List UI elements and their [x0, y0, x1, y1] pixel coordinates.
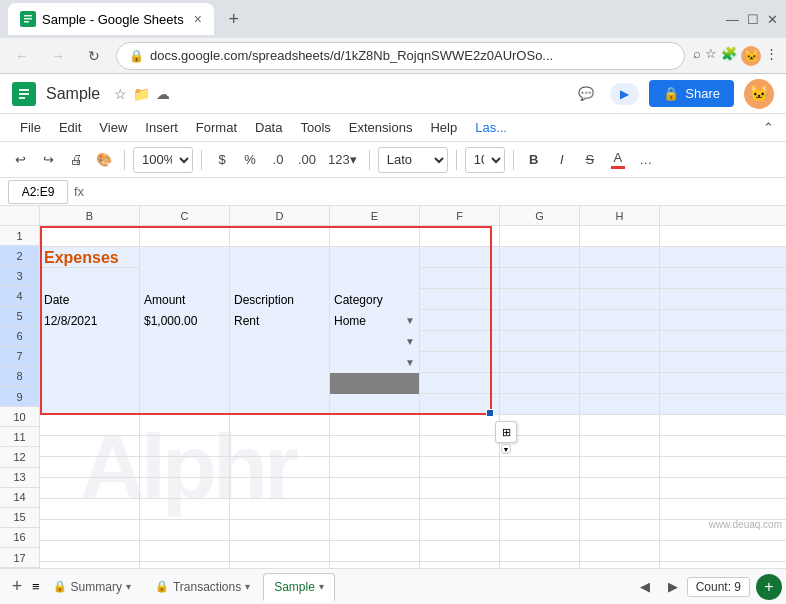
cloud-sync-icon[interactable]: ☁ — [156, 86, 170, 102]
cell-g1[interactable] — [500, 226, 580, 247]
cell-e2[interactable] — [330, 247, 420, 268]
menu-insert[interactable]: Insert — [137, 116, 186, 139]
cell-e10[interactable] — [330, 415, 420, 436]
row-num-11[interactable]: 11 — [0, 427, 39, 447]
cell-d6[interactable] — [230, 331, 330, 352]
avatar-small[interactable]: 🐱 — [741, 46, 761, 66]
cell-b8[interactable] — [40, 373, 140, 394]
cell-f9[interactable] — [420, 394, 500, 415]
cell-b6[interactable] — [40, 331, 140, 352]
cell-f4[interactable] — [420, 289, 500, 310]
zoom-select[interactable]: 100% — [133, 147, 193, 173]
cell-g5[interactable] — [500, 310, 580, 331]
cell-c7[interactable] — [140, 352, 230, 373]
cell-c5[interactable]: $1,000.00 — [140, 310, 230, 331]
row-num-4[interactable]: 4 — [0, 286, 39, 306]
col-header-d[interactable]: D — [230, 206, 330, 226]
row-num-17[interactable]: 17 — [0, 548, 39, 568]
cell-d3[interactable] — [230, 268, 330, 289]
row-num-1[interactable]: 1 — [0, 226, 39, 246]
cell-f8[interactable] — [420, 373, 500, 394]
cell-c3[interactable] — [140, 268, 230, 289]
menu-help[interactable]: Help — [422, 116, 465, 139]
cell-g2[interactable] — [500, 247, 580, 268]
cell-h8[interactable] — [580, 373, 660, 394]
row-num-3[interactable]: 3 — [0, 266, 39, 286]
col-header-f[interactable]: F — [420, 206, 500, 226]
restore-icon[interactable]: ☐ — [747, 12, 759, 27]
sheet-tab-transactions[interactable]: 🔒 Transactions ▾ — [144, 573, 261, 601]
cell-g8[interactable] — [500, 373, 580, 394]
cell-h10[interactable] — [580, 415, 660, 436]
undo-button[interactable]: ↩ — [8, 146, 32, 174]
row-num-8[interactable]: 8 — [0, 367, 39, 387]
browser-tab[interactable]: Sample - Google Sheets × — [8, 3, 214, 35]
star-icon[interactable]: ☆ — [114, 86, 127, 102]
new-tab-button[interactable]: + — [220, 5, 248, 33]
add-sheet-bottom-button[interactable]: + — [756, 574, 782, 600]
menu-extensions[interactable]: Extensions — [341, 116, 421, 139]
cell-h7[interactable] — [580, 352, 660, 373]
cell-g4[interactable] — [500, 289, 580, 310]
row-num-14[interactable]: 14 — [0, 488, 39, 508]
cell-d7[interactable] — [230, 352, 330, 373]
cell-h6[interactable] — [580, 331, 660, 352]
cell-d5[interactable]: Rent — [230, 310, 330, 331]
sheet-tab-summary-arrow[interactable]: ▾ — [126, 581, 131, 592]
close-icon[interactable]: ✕ — [767, 12, 778, 27]
search-icon[interactable]: ⌕ — [693, 46, 701, 66]
bold-button[interactable]: B — [522, 146, 546, 174]
strikethrough-button[interactable]: S — [578, 146, 602, 174]
cell-c2[interactable] — [140, 247, 230, 268]
cell-f6[interactable] — [420, 331, 500, 352]
cell-b4[interactable]: Date — [40, 289, 140, 310]
paint-format-button[interactable]: 🎨 — [92, 146, 116, 174]
currency-button[interactable]: $ — [210, 146, 234, 174]
sheet-tab-transactions-arrow[interactable]: ▾ — [245, 581, 250, 592]
cell-e6[interactable]: ▼ — [330, 331, 420, 352]
cell-b10[interactable] — [40, 415, 140, 436]
cell-b3[interactable] — [40, 268, 140, 289]
redo-button[interactable]: ↪ — [36, 146, 60, 174]
dropdown-arrow-e7[interactable]: ▼ — [405, 357, 415, 368]
row-num-9[interactable]: 9 — [0, 387, 39, 407]
cell-h5[interactable] — [580, 310, 660, 331]
menu-tools[interactable]: Tools — [292, 116, 338, 139]
sheet-tab-sample-arrow[interactable]: ▾ — [319, 581, 324, 592]
reload-button[interactable]: ↻ — [80, 42, 108, 70]
cell-d9[interactable] — [230, 394, 330, 415]
row-num-12[interactable]: 12 — [0, 447, 39, 467]
decimal-increase-button[interactable]: .00 — [294, 146, 320, 174]
row-num-16[interactable]: 16 — [0, 528, 39, 548]
col-header-b[interactable]: B — [40, 206, 140, 226]
cell-d1[interactable] — [230, 226, 330, 247]
cell-c10[interactable] — [140, 415, 230, 436]
sheet-list-icon[interactable]: ≡ — [32, 579, 40, 594]
font-color-button[interactable]: A — [606, 146, 630, 174]
row-num-13[interactable]: 13 — [0, 468, 39, 488]
cell-g7[interactable] — [500, 352, 580, 373]
col-header-h[interactable]: H — [580, 206, 660, 226]
menu-data[interactable]: Data — [247, 116, 290, 139]
menu-file[interactable]: File — [12, 116, 49, 139]
cell-e9[interactable] — [330, 394, 420, 415]
cell-f3[interactable] — [420, 268, 500, 289]
tab-close-icon[interactable]: × — [194, 11, 202, 27]
sheet-nav-right[interactable]: ▶ — [661, 575, 685, 599]
cell-g3[interactable] — [500, 268, 580, 289]
cell-f1[interactable] — [420, 226, 500, 247]
cell-f2[interactable] — [420, 247, 500, 268]
formula-input[interactable] — [90, 180, 778, 204]
col-header-e[interactable]: E — [330, 206, 420, 226]
sheet-tab-sample[interactable]: Sample ▾ — [263, 573, 335, 601]
cell-d4[interactable]: Description — [230, 289, 330, 310]
row-num-2[interactable]: 2 — [0, 246, 39, 266]
minimize-icon[interactable]: — — [726, 12, 739, 27]
col-header-c[interactable]: C — [140, 206, 230, 226]
cell-h4[interactable] — [580, 289, 660, 310]
menu-edit[interactable]: Edit — [51, 116, 89, 139]
cell-h2[interactable] — [580, 247, 660, 268]
paste-options-button[interactable]: ⊞ ▼ — [495, 421, 517, 454]
url-box[interactable]: 🔒 docs.google.com/spreadsheets/d/1kZ8Nb_… — [116, 42, 685, 70]
col-header-g[interactable]: G — [500, 206, 580, 226]
